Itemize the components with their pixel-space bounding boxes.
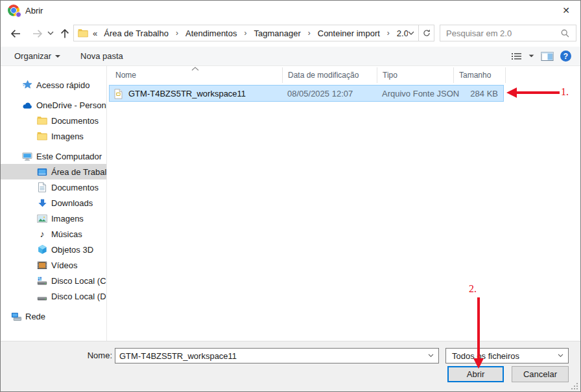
breadcrumb-separator-icon[interactable]: › (171, 29, 183, 38)
sidebar-item-downloads[interactable]: Downloads (1, 195, 106, 211)
refresh-icon[interactable] (419, 25, 434, 41)
sidebar-item-quick-access[interactable]: Acesso rápido (1, 77, 106, 93)
quick-access-icon (22, 80, 32, 90)
organize-button[interactable]: Organizar (14, 51, 60, 61)
forward-icon[interactable] (31, 27, 44, 40)
title-bar: Abrir ✕ (1, 1, 580, 20)
sidebar-item-music[interactable]: ♪ Músicas (1, 226, 106, 242)
sidebar-item-disk-c[interactable]: Disco Local (C:) (1, 273, 106, 288)
sidebar-item-documents[interactable]: Documentos (1, 179, 106, 195)
window-title: Abrir (25, 6, 43, 16)
breadcrumb-separator-icon[interactable]: › (239, 29, 251, 38)
breadcrumb-separator-icon[interactable]: › (303, 29, 315, 38)
recent-locations-chevron-icon[interactable] (47, 31, 54, 36)
file-modified: 08/05/2025 12:07 (287, 89, 353, 98)
folder-icon (78, 29, 88, 38)
file-name-input[interactable]: GTM-T4BZS5TR_workspace11 (115, 348, 439, 363)
sidebar-item-desktop[interactable]: Área de Trabalho (1, 164, 106, 179)
sidebar-item-onedrive[interactable]: OneDrive - Personal (1, 97, 106, 113)
desktop-icon (37, 167, 47, 177)
breadcrumb-separator-icon[interactable]: › (383, 29, 394, 38)
open-button[interactable]: Abrir (447, 366, 504, 382)
cancel-button[interactable]: Cancelar (512, 366, 569, 382)
search-icon[interactable] (560, 29, 570, 38)
help-icon[interactable]: ? (560, 51, 571, 62)
breadcrumb-item[interactable]: Conteiner import › (315, 27, 394, 40)
up-icon[interactable] (58, 27, 71, 40)
breadcrumb-overflow-chevrons[interactable]: « (93, 29, 97, 38)
sidebar-item-this-pc[interactable]: Este Computador (1, 148, 106, 164)
open-file-dialog: Abrir ✕ « Área de Trabalho › (0, 0, 581, 392)
downloads-icon (37, 198, 47, 208)
breadcrumb-item[interactable]: 2.0 › (394, 27, 408, 40)
this-pc-icon (22, 151, 32, 161)
onedrive-icon (22, 100, 32, 110)
preview-pane-icon[interactable] (541, 51, 554, 62)
new-folder-button[interactable]: Nova pasta (80, 51, 123, 61)
dialog-footer: Nome: GTM-T4BZS5TR_workspace11 Todos os … (1, 341, 580, 391)
column-headers: Nome Data de modificação Tipo Tamanho (107, 67, 580, 83)
chevron-down-icon (55, 55, 60, 58)
sort-ascending-icon (191, 67, 199, 71)
drive-windows-icon (37, 275, 47, 286)
close-icon[interactable]: ✕ (552, 1, 580, 20)
network-icon (11, 311, 21, 321)
sidebar-item-disk-d[interactable]: Disco Local (D:) (1, 288, 106, 304)
sidebar-item-onedrive-pictures[interactable]: Imagens (1, 128, 106, 144)
breadcrumb-item[interactable]: Área de Trabalho › (101, 27, 183, 40)
file-row-selected[interactable]: GTM-T4BZS5TR_workspace11 08/05/2025 12:0… (109, 85, 504, 102)
file-type: Arquivo Fonte JSON (382, 89, 459, 98)
chrome-app-icon (8, 5, 19, 16)
dialog-content: Acesso rápido OneDrive - Personal Docume… (1, 66, 580, 341)
address-bar[interactable]: « Área de Trabalho › Atendimentos › Tagm… (73, 25, 419, 41)
resize-grip[interactable] (571, 382, 578, 390)
navigation-bar: « Área de Trabalho › Atendimentos › Tagm… (1, 20, 580, 47)
breadcrumb: « Área de Trabalho › Atendimentos › Tagm… (91, 27, 408, 40)
column-header-type[interactable]: Tipo (377, 67, 454, 83)
sidebar-item-3d-objects[interactable]: Objetos 3D (1, 242, 106, 257)
search-placeholder: Pesquisar em 2.0 (446, 29, 560, 38)
videos-icon (37, 260, 47, 270)
json-file-icon (114, 89, 123, 99)
back-icon[interactable] (9, 27, 22, 40)
sidebar-item-videos[interactable]: Vídeos (1, 257, 106, 273)
search-input[interactable]: Pesquisar em 2.0 (440, 25, 576, 41)
file-name-label: Nome: (78, 348, 112, 363)
music-icon: ♪ (37, 229, 47, 239)
3d-objects-icon (37, 244, 47, 255)
column-header-size[interactable]: Tamanho (454, 67, 506, 83)
documents-icon (37, 182, 47, 192)
sidebar-item-pictures[interactable]: Imagens (1, 211, 106, 226)
pictures-icon (37, 213, 47, 224)
file-size: 284 KB (470, 89, 498, 98)
breadcrumb-item[interactable]: Tagmanager › (251, 27, 314, 40)
drive-icon (37, 291, 47, 301)
file-list: Nome Data de modificação Tipo Tamanho GT… (107, 66, 580, 341)
file-name: GTM-T4BZS5TR_workspace11 (128, 89, 246, 98)
input-chevron-down-icon[interactable] (428, 354, 434, 358)
column-header-modified[interactable]: Data de modificação (283, 67, 377, 83)
address-dropdown-chevron-icon[interactable] (408, 31, 414, 36)
sidebar-item-network[interactable]: Rede (1, 308, 106, 324)
combo-chevron-down-icon[interactable] (558, 354, 563, 358)
folder-icon (37, 115, 47, 126)
command-toolbar: Organizar Nova pasta ? (1, 47, 580, 66)
navigation-pane: Acesso rápido OneDrive - Personal Docume… (1, 66, 107, 341)
file-type-select[interactable]: Todos os ficheiros (445, 348, 569, 363)
breadcrumb-item[interactable]: Atendimentos › (183, 27, 252, 40)
folder-icon (37, 131, 47, 141)
sidebar-item-onedrive-documents[interactable]: Documentos (1, 113, 106, 128)
view-chevron-icon[interactable] (528, 54, 534, 58)
change-view-icon[interactable] (511, 52, 522, 61)
